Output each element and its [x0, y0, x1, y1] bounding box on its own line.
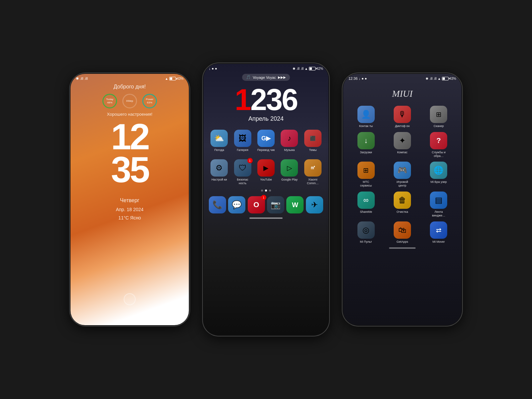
app-security-label: Безопас ность [234, 178, 252, 185]
widget-power: Power63% [142, 94, 157, 108]
phone3-dl-icon: ↓ ● ● [359, 76, 367, 80]
phone3-status-right: ✱ .ill .ill ▲ 43% [426, 77, 456, 80]
app3-cleaner[interactable]: 🗑 Очистка [386, 192, 418, 217]
phone1-date-info: Четверг Апр. 18 2024 11°С Ясно [70, 186, 189, 225]
app3-getapps[interactable]: 🛍 GetApps [386, 221, 418, 244]
dock-phone[interactable]: 📞 [209, 196, 226, 213]
app3-downloads-label: Загрузки [360, 151, 372, 154]
app-xiaomi-label: Xiaomi Comm… [304, 178, 322, 185]
app-music-label: Музыка [284, 148, 295, 152]
ring-today: Today48% [102, 94, 117, 108]
app-xiaomi[interactable]: ㎡ Xiaomi Comm… [303, 159, 323, 185]
phone3-battery-icon [442, 77, 449, 80]
app-gallery[interactable]: 🖼 Галерея [232, 130, 253, 152]
phone2-battery-pct: 42% [317, 67, 323, 70]
app3-contacts[interactable]: 👤 Контак ты [350, 106, 382, 128]
app-gallery-label: Галерея [237, 148, 248, 152]
app-weather[interactable]: ⛅ Погода [209, 130, 229, 152]
app3-scanner[interactable]: ⊞ Сканер [423, 106, 455, 128]
app3-lenta[interactable]: ▤ Лента виндже… [423, 192, 455, 217]
app3-services-label: Службы и обра… [430, 151, 448, 158]
app3-mipulse[interactable]: ◎ Mi Пульт [350, 221, 382, 244]
app3-cleaner-icon: 🗑 [394, 192, 411, 209]
app3-compass-label: Компас [397, 151, 408, 154]
phone2-month: Апрель 2024 [203, 115, 329, 127]
app3-mibrowser-icon: 🌐 [430, 162, 447, 179]
app-themes-label: Темы [309, 148, 317, 152]
app-security[interactable]: 🛡 1 Безопас ность [232, 159, 253, 185]
phone1-hours: 12 [77, 120, 182, 153]
app3-shareme-icon: ∞ [357, 192, 375, 209]
app-gplay[interactable]: ▷ Google Play [279, 159, 300, 185]
app3-mimover-label: Mi Mover [433, 240, 445, 244]
app3-dictophone[interactable]: 🎙 Диктоф он [386, 106, 418, 128]
app3-services[interactable]: ? Службы и обра… [423, 132, 455, 158]
dock-camera[interactable]: 📷 [267, 196, 284, 213]
phone2-music-pill[interactable]: 🎵 Voyage Voyac ▶▶▶ [242, 74, 290, 81]
music-pill-icon: 🎵 [246, 75, 251, 79]
app-xiaomi-icon: ㎡ [304, 159, 322, 177]
app-translate-label: Перевод чик [257, 148, 275, 152]
phone2-status-left: ↓ ● ● [209, 66, 217, 70]
dock-opera-badge: 1 [261, 195, 266, 200]
phone2-clock-large: 1 2 3 6 [203, 81, 329, 115]
phone1-widgets: Today48% 0Step Power63% [70, 92, 189, 110]
dock-telegram[interactable]: ✈ [306, 196, 323, 213]
phone1-clock: 12 35 [70, 120, 189, 186]
app3-downloads-icon: ↓ [357, 132, 375, 149]
app-youtube-icon: ▶ [257, 159, 275, 177]
phone1-circle-indicator [124, 293, 136, 305]
dock-opera[interactable]: O 1 [248, 196, 265, 213]
app-security-badge: 1 [247, 158, 253, 163]
phone2-home-indicator [249, 217, 283, 219]
app3-downloads[interactable]: ↓ Загрузки [350, 132, 382, 158]
phone1-status-right: ▲ 43% [165, 77, 184, 80]
dock-messages[interactable]: 💬 [228, 196, 245, 213]
app3-mimover-icon: ⇄ [430, 221, 447, 239]
dot-3 [269, 190, 271, 192]
app3-scanner-icon: ⊞ [430, 106, 447, 123]
app3-mibrowser-label: Mi Бра узер [431, 180, 447, 184]
dock-whatsapp[interactable]: W [286, 196, 304, 213]
phone2-apps-row2: ⚙ Настрой ки 🛡 1 Безопас ность ▶ YouTube [203, 157, 329, 188]
phone2-notch-area: 🎵 Voyage Voyac ▶▶▶ [203, 72, 329, 81]
app3-mimover[interactable]: ⇄ Mi Mover [423, 221, 455, 244]
app-settings[interactable]: ⚙ Настрой ки [209, 159, 229, 185]
phone1-day: Четверг [70, 196, 189, 205]
ring-power: Power63% [142, 94, 157, 108]
app-youtube-label: YouTube [260, 178, 272, 182]
dock-phone-icon: 📞 [209, 196, 226, 213]
phone2-hour2: 2 [250, 85, 266, 115]
app-music[interactable]: ♪ Музыка [279, 130, 300, 152]
app3-gamecenter-icon: 🎮 [394, 162, 411, 179]
app3-mibrowser[interactable]: 🌐 Mi Бра узер [423, 162, 455, 188]
app-themes[interactable]: ⬛ Темы [303, 130, 323, 152]
dock-opera-icon: O 1 [248, 196, 265, 213]
phone1-status-bar: ✱ .ill .ill ▲ 43% [70, 74, 189, 82]
app-settings-icon: ⚙ [210, 159, 228, 177]
dot-2 [265, 190, 267, 192]
app3-gamecenter[interactable]: 🎮 Игровой центр [386, 162, 418, 188]
app3-getapps-icon: 🛍 [394, 221, 411, 239]
phone2-apps-row1: ⛅ Погода 🖼 Галерея G▶ Перевод чик ♪ [203, 127, 329, 155]
phone-3-appdrawer: 12:36 ↓ ● ● ✱ .ill .ill ▲ 43% MIUI 👤 Кон… [342, 73, 462, 326]
phone3-miui-title: MIUI [343, 82, 462, 104]
app-translate[interactable]: G▶ Перевод чик [256, 130, 276, 152]
app-youtube[interactable]: ▶ YouTube [256, 159, 276, 185]
app3-contacts-label: Контак ты [359, 124, 373, 128]
app3-mts-label: МТС сервисы [357, 180, 375, 188]
phone3-bt-icon: ✱ [426, 77, 428, 80]
wifi-icon: ▲ [165, 77, 168, 80]
app-security-icon: 🛡 1 [234, 159, 251, 177]
phone3-status-left: 12:36 ↓ ● ● [348, 76, 367, 80]
app3-lenta-icon: ▤ [430, 192, 447, 209]
app3-mipulse-icon: ◎ [357, 221, 375, 239]
app3-lenta-label: Лента виндже… [430, 210, 448, 217]
app3-compass[interactable]: ✦ Компас [386, 132, 418, 158]
phone2-hour1: 1 [235, 85, 250, 115]
app3-mts[interactable]: ⊞ МТС сервисы [350, 162, 382, 188]
phone3-status-bar: 12:36 ↓ ● ● ✱ .ill .ill ▲ 43% [343, 74, 462, 82]
app3-shareme[interactable]: ∞ ShareMe [350, 192, 382, 217]
app3-mipulse-label: Mi Пульт [360, 240, 372, 244]
app-gplay-icon: ▷ [281, 159, 298, 177]
